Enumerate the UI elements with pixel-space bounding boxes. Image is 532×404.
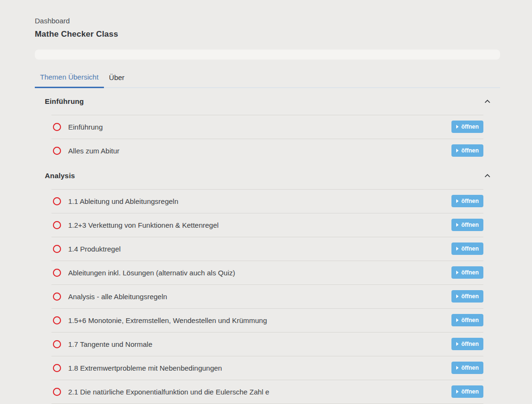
open-button-label: öffnen (461, 198, 479, 204)
incomplete-ring-icon[interactable] (53, 388, 61, 396)
open-button-label: öffnen (461, 147, 479, 154)
play-icon (456, 247, 459, 251)
incomplete-ring-icon[interactable] (53, 245, 61, 253)
open-button-label: öffnen (461, 364, 479, 371)
topic-item-label[interactable]: 1.2+3 Verkettung von Funktionen & Ketten… (68, 221, 219, 229)
topic-item-label[interactable]: Ableitungen inkl. Lösungen (alternativ a… (68, 269, 235, 277)
open-button-label: öffnen (461, 341, 479, 347)
open-button-label: öffnen (461, 317, 479, 323)
play-icon (456, 271, 459, 274)
topic-section-1: Analysis 1.1 Ableitung und Ableitungsreg… (35, 162, 500, 404)
topic-item-row: Ableitungen inkl. Lösungen (alternativ a… (51, 261, 483, 284)
play-icon (456, 366, 459, 370)
play-icon (456, 390, 459, 394)
open-button[interactable]: öffnen (451, 338, 483, 350)
incomplete-ring-icon[interactable] (53, 293, 61, 301)
tab-bar: Themen Übersicht Über (35, 69, 500, 88)
play-icon (456, 318, 459, 322)
topic-item-row: 1.1 Ableitung und Ableitungsregeln öffne… (51, 189, 483, 213)
play-icon (456, 223, 459, 227)
incomplete-ring-icon[interactable] (53, 147, 61, 155)
topic-item-label[interactable]: Analysis - alle Ableitungsregeln (68, 293, 167, 301)
open-button-label: öffnen (461, 222, 479, 228)
open-button[interactable]: öffnen (451, 362, 483, 374)
topic-item-row: Alles zum Abitur öffnen (51, 139, 483, 162)
open-button[interactable]: öffnen (451, 290, 483, 303)
tab-themen-uebersicht[interactable]: Themen Übersicht (35, 69, 104, 88)
chevron-up-icon[interactable] (484, 174, 491, 178)
open-button-label: öffnen (461, 293, 479, 300)
play-icon (456, 149, 459, 152)
incomplete-ring-icon[interactable] (53, 197, 61, 205)
play-icon (456, 199, 459, 203)
topic-item-row: 2.1 Die natürliche Exponentialfunktion u… (51, 380, 483, 404)
open-button[interactable]: öffnen (451, 195, 483, 207)
section-items: Einführung öffnen Alles zum Abitur öffne… (51, 115, 483, 162)
topic-item-row: 1.8 Extremwertprobleme mit Nebenbedingun… (51, 356, 483, 380)
play-icon (456, 125, 459, 129)
open-button-label: öffnen (461, 123, 479, 130)
incomplete-ring-icon[interactable] (53, 316, 61, 324)
open-button[interactable]: öffnen (451, 219, 483, 231)
topic-item-row: Einführung öffnen (51, 115, 483, 139)
incomplete-ring-icon[interactable] (53, 364, 61, 372)
section-title: Einführung (45, 97, 84, 105)
topic-item-row: 1.7 Tangente und Normale öffnen (51, 332, 483, 356)
section-items: 1.1 Ableitung und Ableitungsregeln öffne… (51, 189, 483, 404)
topic-item-label[interactable]: 1.7 Tangente und Normale (68, 340, 153, 348)
open-button[interactable]: öffnen (451, 144, 483, 157)
open-button[interactable]: öffnen (451, 266, 483, 279)
course-page: Dashboard Mathe Checker Class Themen Übe… (35, 0, 500, 404)
topic-item-label[interactable]: Alles zum Abitur (68, 147, 120, 155)
open-button-label: öffnen (461, 388, 479, 395)
play-icon (456, 294, 459, 298)
topic-section-0: Einführung Einführung öffnen Alles zum A… (35, 88, 500, 162)
open-button[interactable]: öffnen (451, 314, 483, 326)
section-header[interactable]: Analysis (35, 162, 500, 189)
incomplete-ring-icon[interactable] (53, 269, 61, 277)
open-button-label: öffnen (461, 245, 479, 252)
topic-item-label[interactable]: 2.1 Die natürliche Exponentialfunktion u… (68, 388, 269, 396)
tab-ueber[interactable]: Über (104, 70, 130, 88)
topic-item-label[interactable]: 1.5+6 Monotonie, Extremstellen, Wendeste… (68, 316, 267, 324)
topic-item-label[interactable]: 1.8 Extremwertprobleme mit Nebenbedingun… (68, 364, 222, 372)
play-icon (456, 342, 459, 346)
topic-sections: Einführung Einführung öffnen Alles zum A… (35, 88, 500, 404)
topic-item-row: 1.4 Produktregel öffnen (51, 237, 483, 261)
breadcrumb[interactable]: Dashboard (35, 17, 70, 25)
topic-item-label[interactable]: 1.4 Produktregel (68, 245, 121, 253)
topic-item-row: Analysis - alle Ableitungsregeln öffnen (51, 284, 483, 308)
progress-bar (35, 50, 500, 60)
incomplete-ring-icon[interactable] (53, 221, 61, 229)
chevron-up-icon[interactable] (484, 100, 491, 103)
topic-item-label[interactable]: Einführung (68, 123, 103, 131)
section-header[interactable]: Einführung (35, 88, 500, 115)
topic-item-label[interactable]: 1.1 Ableitung und Ableitungsregeln (68, 197, 178, 205)
section-title: Analysis (45, 172, 75, 180)
topic-item-row: 1.2+3 Verkettung von Funktionen & Ketten… (51, 213, 483, 237)
open-button[interactable]: öffnen (451, 385, 483, 398)
page-title: Mathe Checker Class (35, 30, 500, 39)
open-button[interactable]: öffnen (451, 121, 483, 133)
incomplete-ring-icon[interactable] (53, 123, 61, 131)
topic-item-row: 1.5+6 Monotonie, Extremstellen, Wendeste… (51, 308, 483, 332)
open-button[interactable]: öffnen (451, 242, 483, 255)
incomplete-ring-icon[interactable] (53, 340, 61, 348)
open-button-label: öffnen (461, 269, 479, 276)
